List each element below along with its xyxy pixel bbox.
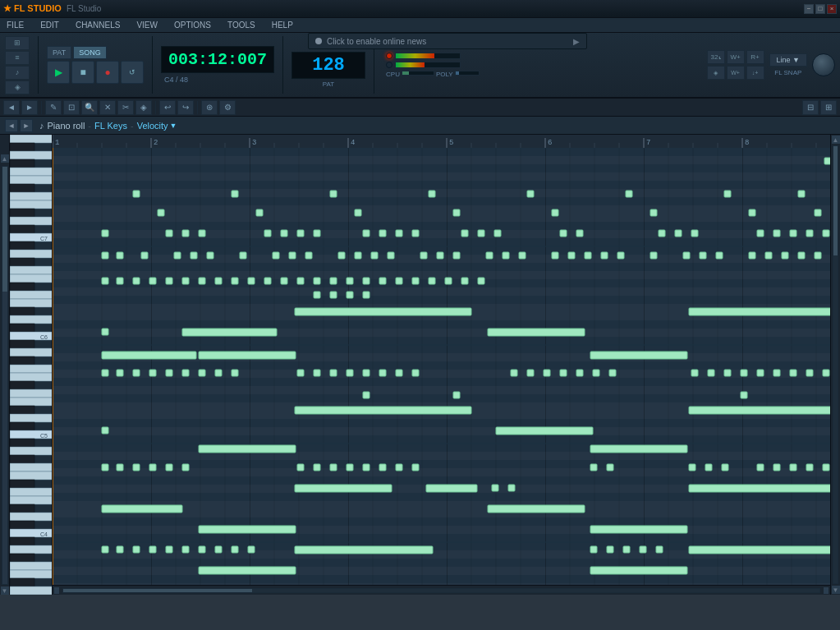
note-long[interactable]	[102, 505, 182, 513]
note[interactable]	[215, 546, 222, 553]
note[interactable]	[190, 252, 197, 259]
note[interactable]	[117, 370, 123, 376]
note-long[interactable]	[488, 329, 585, 336]
note[interactable]	[174, 252, 181, 259]
note[interactable]	[355, 252, 361, 259]
note[interactable]	[722, 464, 728, 471]
note[interactable]	[815, 209, 821, 216]
note[interactable]	[182, 464, 189, 471]
note[interactable]	[560, 230, 567, 237]
note[interactable]	[724, 191, 731, 197]
note[interactable]	[330, 464, 337, 471]
note[interactable]	[412, 230, 419, 237]
note[interactable]	[281, 230, 287, 237]
note[interactable]	[199, 370, 205, 376]
note-long[interactable]	[199, 526, 296, 533]
note-long[interactable]	[496, 427, 593, 435]
note[interactable]	[576, 230, 583, 237]
note[interactable]	[429, 278, 435, 284]
note[interactable]	[806, 230, 813, 237]
note[interactable]	[133, 464, 140, 471]
note[interactable]	[248, 278, 255, 284]
scroll-left-btn[interactable]	[54, 587, 59, 594]
note[interactable]	[568, 252, 575, 259]
note[interactable]	[102, 252, 108, 259]
menu-options[interactable]: OPTIONS	[171, 19, 214, 31]
note[interactable]	[240, 252, 246, 259]
master-volume-knob[interactable]	[812, 53, 835, 76]
note[interactable]	[207, 252, 213, 259]
note[interactable]	[166, 370, 172, 376]
note[interactable]	[297, 464, 304, 471]
note-long[interactable]	[182, 329, 277, 336]
note[interactable]	[617, 252, 624, 259]
bpm-display[interactable]: 128	[291, 52, 365, 79]
scroll-right-btn[interactable]	[824, 587, 829, 594]
note[interactable]	[330, 191, 337, 197]
note[interactable]	[363, 292, 370, 298]
note[interactable]	[683, 252, 690, 259]
scroll-thumb-h[interactable]	[63, 589, 252, 592]
note[interactable]	[607, 546, 613, 553]
note[interactable]	[590, 546, 597, 553]
note[interactable]	[700, 252, 706, 259]
note[interactable]	[461, 230, 468, 237]
note-long[interactable]	[590, 526, 687, 533]
note-long[interactable]	[295, 546, 433, 554]
note[interactable]	[623, 546, 630, 553]
note[interactable]	[347, 292, 353, 298]
note[interactable]	[806, 370, 813, 376]
note[interactable]	[338, 252, 345, 259]
note[interactable]	[749, 252, 755, 259]
note[interactable]	[141, 252, 148, 259]
tool-undo[interactable]: ↩	[159, 100, 176, 115]
mode-btn-5[interactable]: W+	[727, 66, 745, 80]
note-long[interactable]	[102, 352, 196, 359]
note[interactable]	[215, 370, 222, 376]
note[interactable]	[149, 278, 156, 284]
note-long[interactable]	[488, 505, 585, 513]
note-long[interactable]	[689, 546, 830, 554]
note[interactable]	[305, 252, 312, 259]
note[interactable]	[199, 230, 205, 237]
note[interactable]	[158, 209, 164, 216]
note[interactable]	[576, 370, 583, 376]
mode-btn-3[interactable]: R+	[746, 50, 764, 64]
menu-edit[interactable]: EDIT	[37, 19, 62, 31]
note[interactable]	[388, 252, 394, 259]
note[interactable]	[102, 329, 108, 335]
tool-draw[interactable]: ✎	[45, 100, 62, 115]
note[interactable]	[724, 370, 731, 376]
note[interactable]	[453, 209, 460, 216]
note[interactable]	[371, 252, 378, 259]
note[interactable]	[379, 370, 386, 376]
note[interactable]	[757, 370, 764, 376]
note[interactable]	[297, 370, 304, 376]
tool-cut[interactable]: ✂	[117, 100, 134, 115]
browser-button[interactable]: ◈	[5, 80, 30, 94]
scroll-down[interactable]: ▼	[1, 586, 9, 595]
note[interactable]	[215, 278, 222, 284]
note[interactable]	[823, 230, 829, 237]
note[interactable]	[117, 278, 123, 284]
note[interactable]	[824, 158, 830, 164]
note[interactable]	[675, 230, 682, 237]
note[interactable]	[232, 278, 238, 284]
pr-nav-prev[interactable]: ◄	[5, 119, 18, 132]
note[interactable]	[379, 278, 386, 284]
mode-btn-1[interactable]: 32₁	[707, 50, 725, 64]
menu-channels[interactable]: CHANNELS	[72, 19, 123, 31]
note[interactable]	[412, 278, 419, 284]
tool-magnet[interactable]: ⊛	[201, 100, 218, 115]
mixer-button[interactable]: ≡	[5, 51, 30, 65]
note[interactable]	[396, 278, 402, 284]
menu-help[interactable]: HELP	[269, 19, 296, 31]
note[interactable]	[117, 252, 123, 259]
grid-area[interactable]: 1 2 3 4 5 6	[53, 135, 830, 595]
note[interactable]	[102, 278, 108, 284]
note[interactable]	[102, 230, 108, 237]
scrollbar-horizontal[interactable]	[53, 585, 830, 595]
note[interactable]	[508, 485, 515, 491]
toolbar-right-arrow[interactable]: ►	[21, 100, 38, 115]
note[interactable]	[420, 252, 427, 259]
